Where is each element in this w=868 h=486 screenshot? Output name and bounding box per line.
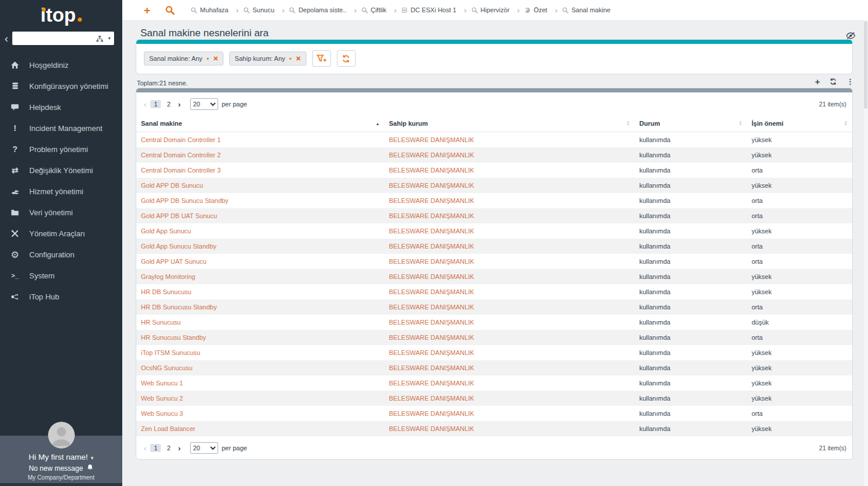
scrollbar[interactable] (863, 20, 868, 486)
sidebar-item-system[interactable]: >_ System (0, 265, 122, 286)
table-row[interactable]: Central Domain Controller 2 BELESWARE DA… (136, 147, 852, 163)
chevron-down-icon[interactable]: ▾ (290, 56, 292, 61)
column-header-org[interactable]: Sahip kurum▲▼ (384, 115, 635, 132)
sidebar-item-incident[interactable]: ! Incident Management (0, 118, 122, 139)
refresh-search-button[interactable] (337, 50, 356, 67)
vm-link[interactable]: Web Sunucu 2 (141, 395, 183, 402)
search-scope-caret-icon[interactable]: ▾ (108, 36, 111, 41)
vm-link[interactable]: Central Domain Controller 2 (141, 151, 221, 158)
org-link[interactable]: BELESWARE DANIŞMANLIK (389, 334, 474, 341)
per-page-select[interactable]: 20 (190, 442, 218, 454)
sidebar-item-configuration[interactable]: ⚙ Configuration (0, 244, 122, 265)
org-link[interactable]: BELESWARE DANIŞMANLIK (389, 349, 474, 356)
avatar[interactable] (48, 422, 75, 449)
filter-chip-vm[interactable]: Sanal makine: Any ▾ ✕ (144, 51, 223, 66)
vm-link[interactable]: HR DB Sunucusu (141, 288, 191, 295)
remove-filter-icon[interactable]: ✕ (213, 55, 218, 63)
scrollbar-thumb[interactable] (864, 21, 867, 109)
sidebar-item-helpdesk[interactable]: Helpdesk (0, 96, 122, 118)
table-row[interactable]: OcsNG Sunucusu BELESWARE DANIŞMANLIK kul… (136, 360, 852, 375)
per-page-select[interactable]: 20 (190, 98, 218, 110)
chevron-down-icon[interactable]: ▾ (206, 56, 209, 61)
breadcrumb-item[interactable]: Sanal makine (562, 6, 611, 13)
vm-link[interactable]: Central Domain Controller 1 (141, 136, 221, 143)
org-link[interactable]: BELESWARE DANIŞMANLIK (389, 364, 474, 371)
vm-link[interactable]: Gold App Sunucu Standby (141, 243, 216, 250)
global-search-icon[interactable] (165, 5, 175, 15)
sort-icon[interactable]: ▲▼ (844, 120, 848, 126)
column-header-criticality[interactable]: İşin önemi▲▼ (747, 115, 852, 132)
logo-area[interactable]: itop (0, 0, 122, 25)
sidebar-item-service[interactable]: Hizmet yönetimi (0, 181, 122, 202)
breadcrumb-item[interactable]: Özet (524, 6, 557, 15)
column-header-status[interactable]: Durum▲▼ (635, 115, 747, 132)
org-link[interactable]: BELESWARE DANIŞMANLIK (389, 425, 474, 432)
vm-link[interactable]: Central Domain Controller 3 (141, 167, 221, 174)
breadcrumb-item[interactable]: Hipervizör (471, 6, 520, 15)
table-row[interactable]: Web Sunucu 3 BELESWARE DANIŞMANLIK kulla… (136, 406, 852, 421)
global-new-button[interactable]: + (144, 5, 150, 16)
sort-icon[interactable]: ▲▼ (739, 120, 742, 126)
table-row[interactable]: iTop ITSM Sunucusu BELESWARE DANIŞMANLIK… (136, 345, 852, 360)
table-row[interactable]: HR Sunucusu BELESWARE DANIŞMANLIK kullan… (136, 315, 852, 330)
vm-link[interactable]: HR DB Sunucusu Standby (141, 304, 217, 311)
vm-link[interactable]: Gold APP UAT Sunucu (141, 258, 206, 265)
org-link[interactable]: BELESWARE DANIŞMANLIK (389, 258, 474, 265)
sidebar-item-data[interactable]: Veri yönetimi (0, 202, 122, 223)
org-link[interactable]: BELESWARE DANIŞMANLIK (389, 288, 474, 295)
org-link[interactable]: BELESWARE DANIŞMANLIK (389, 212, 474, 219)
vm-link[interactable]: OcsNG Sunucusu (141, 364, 192, 371)
org-link[interactable]: BELESWARE DANIŞMANLIK (389, 151, 474, 158)
table-row[interactable]: Graylog Monitoring BELESWARE DANIŞMANLIK… (136, 269, 852, 284)
vm-link[interactable]: Gold App Sunucu (141, 228, 191, 235)
page-number-1[interactable]: 1 (150, 444, 161, 452)
org-link[interactable]: BELESWARE DANIŞMANLIK (389, 136, 474, 143)
table-row[interactable]: Gold APP UAT Sunucu BELESWARE DANIŞMANLI… (136, 254, 852, 269)
sidebar-item-welcome[interactable]: Hoşgeldiniz (0, 54, 122, 75)
vm-link[interactable]: iTop ITSM Sunucusu (141, 349, 201, 356)
vm-link[interactable]: Graylog Monitoring (141, 273, 195, 280)
breadcrumb-item[interactable]: Çiftlik (361, 6, 397, 15)
sort-icon[interactable]: ▲▼ (626, 120, 630, 126)
table-row[interactable]: Gold APP DB Sunucu Standby BELESWARE DAN… (136, 193, 852, 208)
breadcrumb-item[interactable]: Depolama siste.. (289, 6, 356, 15)
add-criteria-button[interactable] (312, 50, 331, 67)
table-row[interactable]: Central Domain Controller 3 BELESWARE DA… (136, 163, 852, 178)
vm-link[interactable]: Gold APP DB Sunucu Standby (141, 197, 229, 204)
sidebar-item-change[interactable]: ⇄ Değişiklik Yönetimi (0, 160, 122, 181)
org-link[interactable]: BELESWARE DANIŞMANLIK (389, 273, 474, 280)
org-link[interactable]: BELESWARE DANIŞMANLIK (389, 304, 474, 311)
vm-link[interactable]: Zen Load Balancer (141, 425, 195, 432)
table-row[interactable]: HR DB Sunucusu BELESWARE DANIŞMANLIK kul… (136, 284, 852, 299)
breadcrumb-item[interactable]: Sunucu (243, 6, 285, 15)
org-link[interactable]: BELESWARE DANIŞMANLIK (389, 197, 474, 204)
sidebar-item-admin-tools[interactable]: Yönetim Araçları (0, 223, 122, 244)
sidebar-item-itop-hub[interactable]: iTop Hub (0, 286, 122, 307)
prev-page-button[interactable]: ‹ (144, 100, 146, 109)
org-link[interactable]: BELESWARE DANIŞMANLIK (389, 228, 474, 235)
breadcrumb-item[interactable]: Muhafaza (191, 6, 239, 15)
page-number-2[interactable]: 2 (163, 444, 174, 452)
vm-link[interactable]: Gold APP DB Sunucu (141, 182, 203, 189)
table-row[interactable]: Gold App Sunucu Standby BELESWARE DANIŞM… (136, 239, 852, 254)
table-row[interactable]: Web Sunucu 1 BELESWARE DANIŞMANLIK kulla… (136, 375, 852, 391)
filter-chip-org[interactable]: Sahip kurum: Any ▾ ✕ (229, 51, 306, 66)
next-page-button[interactable]: › (178, 100, 181, 109)
table-row[interactable]: Gold APP DB UAT Sunucu BELESWARE DANIŞMA… (136, 208, 852, 223)
page-number-2[interactable]: 2 (163, 100, 174, 108)
vm-link[interactable]: HR Sunucusu Standby (141, 334, 206, 341)
hierarchy-icon[interactable] (96, 35, 104, 45)
breadcrumb-item[interactable]: DC ESXi Host 1 (401, 6, 467, 15)
sidebar-item-config-mgmt[interactable]: Konfigürasyon yönetimi (0, 75, 122, 96)
prev-page-button[interactable]: ‹ (144, 444, 146, 453)
table-row[interactable]: Gold APP DB Sunucu BELESWARE DANIŞMANLIK… (136, 178, 852, 193)
vm-link[interactable]: Web Sunucu 3 (141, 410, 183, 417)
sort-asc-icon[interactable]: ▲ (376, 122, 380, 126)
sidebar-collapse-icon[interactable]: ‹ (5, 33, 8, 44)
notifications[interactable]: No new message (0, 464, 122, 473)
table-row[interactable]: HR DB Sunucusu Standby BELESWARE DANIŞMA… (136, 299, 852, 315)
table-row[interactable]: Central Domain Controller 1 BELESWARE DA… (136, 132, 852, 148)
vm-link[interactable]: Gold APP DB UAT Sunucu (141, 212, 217, 219)
org-link[interactable]: BELESWARE DANIŞMANLIK (389, 319, 474, 326)
org-link[interactable]: BELESWARE DANIŞMANLIK (389, 380, 474, 387)
